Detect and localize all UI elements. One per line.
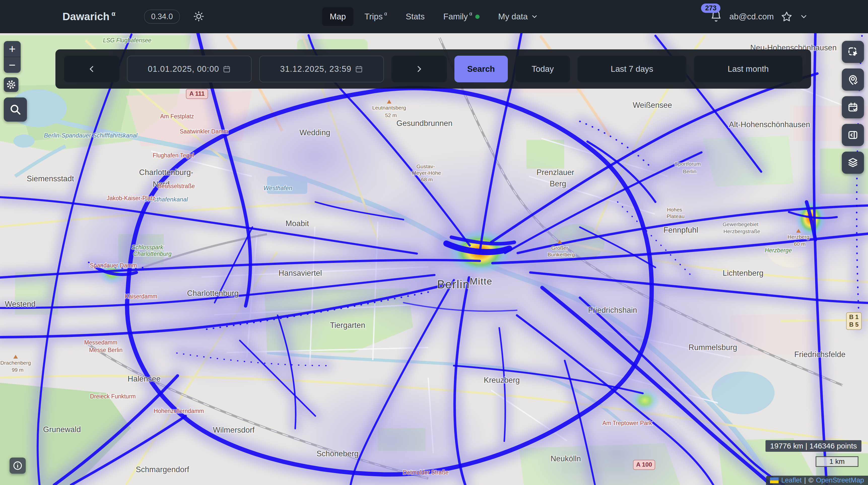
nav-tab-family[interactable]: Familyα: [436, 7, 487, 26]
map-label: Weißensee: [633, 101, 672, 109]
map-label: Prenzlauer: [536, 168, 574, 177]
info-icon: [12, 460, 23, 471]
map-label: Gesundbrunnen: [397, 119, 453, 128]
svg-text:B 5: B 5: [849, 321, 859, 328]
date-from-value: 01.01.2025, 00:00: [148, 64, 219, 74]
date-to-input[interactable]: 31.12.2025, 23:59: [259, 56, 384, 82]
map-label: Charlottenburg-: [139, 168, 193, 177]
nav-tab-stats[interactable]: Stats: [398, 7, 432, 26]
today-button[interactable]: Today: [515, 56, 570, 82]
map-label: Hohes: [667, 207, 682, 213]
map-label: Alt-Hohenschönhausen: [729, 120, 810, 129]
map-label: Wedding: [300, 128, 330, 137]
map-label: Jakob-Kaiser-Platz: [106, 195, 155, 201]
map-label: Am Festplatz: [160, 113, 194, 120]
zoom-out-button[interactable]: −: [4, 57, 21, 73]
map-label: Schmargendorf: [136, 465, 189, 474]
search-button[interactable]: Search: [455, 56, 508, 82]
map-label: Mitte: [470, 276, 492, 287]
map-label: Westhafen: [264, 185, 292, 191]
attribution-separator: |: [804, 477, 806, 484]
last-7-days-button[interactable]: Last 7 days: [578, 56, 686, 82]
map-label: Westend: [5, 300, 35, 309]
favorite-button[interactable]: [781, 11, 793, 23]
calendar-icon: [355, 65, 363, 73]
nav-tab-map[interactable]: Map: [322, 7, 353, 26]
map-label: Herzbergstraße: [723, 228, 760, 234]
search-magnifier-icon: [9, 103, 22, 116]
map-label: Fennpfuhl: [663, 226, 698, 234]
map-label: Bunkerberg: [548, 252, 575, 257]
version-badge: 0.34.0: [144, 9, 180, 24]
map-label: Schlosspark: [131, 244, 163, 251]
ukraine-flag-icon: [770, 478, 779, 483]
map-label: 52 m: [385, 112, 397, 118]
map-label: Am Treptower Park: [602, 420, 652, 426]
map-label: Dreieck Funkturm: [90, 393, 135, 400]
map-label: Beusselstraße: [158, 183, 195, 189]
last-month-button[interactable]: Last month: [694, 56, 803, 82]
map-label: Kaiserdamm: [125, 293, 157, 300]
map-settings-button[interactable]: [4, 77, 19, 92]
calendar-select-icon: [846, 101, 859, 114]
osm-link[interactable]: OpenStreetMap: [816, 477, 864, 484]
brand-link[interactable]: Dawarichα: [62, 0, 115, 33]
map-search-button[interactable]: [4, 97, 27, 122]
map-label: Saatwinkler Damm: [180, 128, 228, 135]
nav-menu-my-data[interactable]: My data: [491, 7, 546, 26]
map-label: LSG Flughafensee: [103, 37, 151, 43]
map-label: Siemensstadt: [27, 174, 74, 183]
layers-button[interactable]: [842, 152, 864, 174]
panel-toggle-icon: [846, 129, 859, 141]
main-nav: Map Tripsα Stats Familyα My data: [322, 0, 546, 33]
notifications-button[interactable]: 273: [710, 10, 722, 23]
star-icon: [781, 11, 793, 23]
area-select-button[interactable]: [842, 41, 864, 63]
map-label: Tiergarten: [330, 321, 365, 330]
dawarich-app: Neu-HohenschönhausenWeißenseeAlt-Hohensc…: [0, 0, 868, 485]
map-label: 68 m: [421, 176, 433, 182]
map-label: Detmolder Straße: [403, 469, 448, 476]
leaflet-link[interactable]: Leaflet: [781, 477, 802, 484]
next-range-button[interactable]: [392, 56, 447, 82]
notification-count-badge: 273: [701, 3, 720, 13]
panel-toggle-button[interactable]: [842, 124, 864, 146]
layers-icon: [846, 156, 859, 169]
map-label: Meyer-Höhe: [412, 170, 441, 176]
map-scale-bar: 1 km: [816, 456, 859, 467]
user-email[interactable]: ab@cd.com: [729, 12, 774, 22]
sun-icon: [193, 10, 205, 22]
calendar-select-button[interactable]: [842, 96, 864, 118]
map-label: Großer: [551, 245, 568, 251]
map-label: Herzberge: [765, 247, 792, 254]
map-label: Berlin-Spandauer Schifffahrtskanal: [44, 132, 138, 139]
map-label: Hohenzollerndamm: [154, 408, 204, 414]
nav-tab-trips[interactable]: Tripsα: [357, 7, 395, 26]
trips-alpha-sup: α: [384, 11, 387, 17]
prev-range-button[interactable]: [64, 56, 119, 82]
theme-toggle-button[interactable]: [193, 10, 205, 22]
map-label: Schöneberg: [316, 449, 359, 458]
family-online-dot: [475, 14, 479, 19]
copyright-symbol: ©: [808, 477, 813, 484]
map-label: Gewerbegebiet: [723, 221, 759, 227]
map-label: Moabit: [285, 219, 309, 228]
road-shield: A 111: [186, 89, 208, 99]
map-label: Berlin: [437, 278, 470, 291]
chevron-left-icon: [87, 65, 96, 73]
map-label: Friedrichsfelde: [794, 350, 845, 359]
map-label: Gustav-: [416, 163, 435, 169]
zoom-in-button[interactable]: +: [4, 41, 21, 57]
area-select-icon: [846, 45, 859, 58]
map-info-button[interactable]: [9, 458, 26, 474]
chevron-down-icon: [531, 13, 538, 21]
point-select-icon: [846, 73, 859, 86]
map-label: Drachenberg: [0, 360, 31, 366]
brand-alpha-sup: α: [112, 10, 115, 18]
point-select-button[interactable]: [842, 68, 864, 91]
user-menu-button[interactable]: [800, 12, 808, 21]
map-label: Sportforum: [675, 161, 701, 167]
map-label: Spandauer Damm: [90, 262, 137, 269]
date-from-input[interactable]: 01.01.2025, 00:00: [127, 56, 252, 82]
map-label: Charlottenburg: [187, 289, 239, 298]
